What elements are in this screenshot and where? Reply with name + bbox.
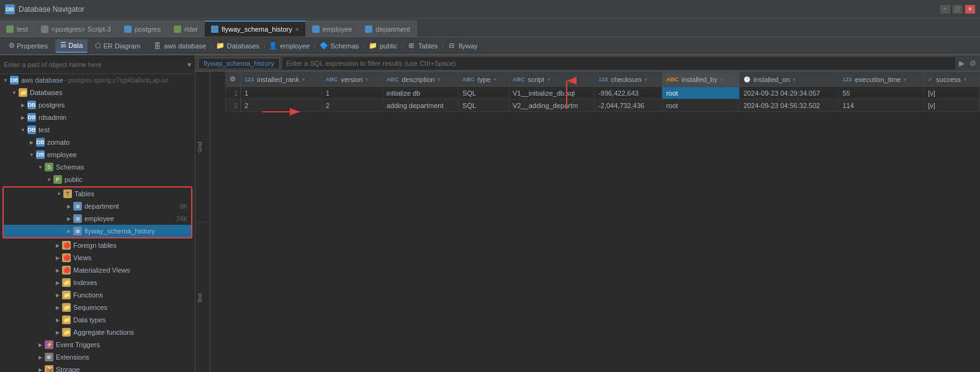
tab-postgres[interactable]: postgres bbox=[118, 20, 168, 37]
tab-label-script3: <postgres> Script-3 bbox=[52, 25, 111, 33]
data-button[interactable]: ☰ Data bbox=[55, 39, 88, 53]
sidebar-item-databases[interactable]: ▼ 📁 Databases bbox=[0, 86, 195, 99]
sidebar-item-zomato[interactable]: ▶ DB zomato bbox=[0, 136, 195, 148]
filter-icon-group: ▶ ⚙ bbox=[958, 58, 978, 69]
header-installed-rank[interactable]: 123 installed_rank ▼ bbox=[241, 72, 322, 87]
header-script[interactable]: ABC script ▼ bbox=[509, 72, 595, 87]
breadcrumb-aws-database[interactable]: 🗄 aws database bbox=[153, 42, 206, 50]
header-checksum[interactable]: 123 checksum ▼ bbox=[595, 72, 662, 87]
cell-script-2: V2__adding_departm bbox=[509, 99, 595, 112]
properties-button[interactable]: ⚙ Properties bbox=[4, 39, 53, 53]
header-installed-by[interactable]: ABC installed_by ▼ bbox=[662, 72, 739, 87]
breadcrumb-schemas[interactable]: 🔷 Schemas bbox=[320, 42, 359, 50]
sidebar-item-rdsadmin[interactable]: ▶ DB rdsadmin bbox=[0, 111, 195, 124]
text-label[interactable]: Text bbox=[196, 222, 210, 373]
event-arrow: ▶ bbox=[36, 342, 45, 348]
sidebar-item-postgres-db[interactable]: ▶ DB postgres bbox=[0, 99, 195, 111]
sidebar-item-schemas[interactable]: ▼ S Schemas bbox=[0, 161, 195, 173]
header-installed-on[interactable]: 🕐 installed_on ▼ bbox=[739, 72, 838, 87]
sidebar-item-functions[interactable]: ▶ 📁 Functions bbox=[0, 289, 195, 301]
tables-highlighted-section: ▼ T Tables ▶ ⊞ department 8K ▶ ⊞ employe… bbox=[2, 186, 192, 238]
sidebar-item-aggregate-functions[interactable]: ▶ 📁 Aggregate functions bbox=[0, 326, 195, 338]
execution-time-sort: ▼ bbox=[903, 77, 908, 83]
success-sort: ▼ bbox=[963, 77, 968, 83]
er-diagram-button[interactable]: ⬡ ER Diagram bbox=[90, 39, 145, 53]
filter-bar: flyway_schema_history ▶ ⚙ bbox=[196, 55, 980, 71]
tables-label: Tables bbox=[74, 190, 94, 197]
breadcrumb-public[interactable]: 📁 public bbox=[369, 42, 398, 50]
header-description[interactable]: ABC description ▼ bbox=[382, 72, 458, 87]
success-type: ✓ bbox=[928, 76, 933, 83]
search-input[interactable] bbox=[4, 61, 185, 68]
sidebar-item-extensions[interactable]: ▶ ⊕ Extensions bbox=[0, 351, 195, 363]
sidebar-item-foreign-tables[interactable]: ▶ 🔴 Foreign tables bbox=[0, 239, 195, 252]
sidebar-item-test-db[interactable]: ▼ DB test bbox=[0, 124, 195, 136]
table-header-row: ⚙ 123 installed_rank ▼ bbox=[226, 72, 980, 87]
sidebar-item-flyway-table[interactable]: ▶ ⊞ flyway_schema_history bbox=[4, 225, 191, 237]
sidebar-item-employee-db[interactable]: ▼ DB employee bbox=[0, 148, 195, 161]
breadcrumb-databases[interactable]: 📁 Databases bbox=[216, 42, 260, 50]
filter-input[interactable] bbox=[282, 57, 955, 70]
sidebar-item-event-triggers[interactable]: ▶ ⚡ Event Triggers bbox=[0, 338, 195, 351]
event-icon: ⚡ bbox=[45, 340, 53, 349]
tab-script3[interactable]: <postgres> Script-3 bbox=[35, 20, 118, 37]
tab-rider[interactable]: rider bbox=[168, 20, 205, 37]
data-types-icon: 📁 bbox=[62, 315, 71, 324]
cell-version-1: 1 bbox=[321, 87, 382, 99]
tab-close-flyway[interactable]: × bbox=[295, 26, 299, 33]
sidebar-search-bar[interactable]: ▾ bbox=[0, 55, 195, 74]
minimize-button[interactable]: − bbox=[940, 5, 950, 14]
header-settings[interactable]: ⚙ bbox=[226, 72, 241, 87]
zomato-arrow: ▶ bbox=[27, 140, 36, 145]
breadcrumb-tables[interactable]: ⊞ Tables bbox=[407, 42, 438, 50]
header-version[interactable]: ABC version ▼ bbox=[321, 72, 382, 87]
maximize-button[interactable]: □ bbox=[953, 5, 963, 14]
tables-icon: ⊞ bbox=[407, 42, 416, 50]
close-button[interactable]: × bbox=[965, 5, 975, 14]
agg-arrow: ▶ bbox=[53, 330, 62, 335]
sidebar-item-indexes[interactable]: ▶ 📁 Indexes bbox=[0, 276, 195, 289]
grid-label[interactable]: Grid bbox=[196, 71, 210, 222]
filter-icon[interactable]: ▾ bbox=[187, 60, 191, 69]
breadcrumb-public-label: public bbox=[380, 42, 398, 50]
sidebar-item-data-types[interactable]: ▶ 📁 Data types bbox=[0, 314, 195, 326]
sidebar-item-storage[interactable]: ▶ 📦 Storage bbox=[0, 363, 195, 372]
sidebar-item-views[interactable]: ▶ 🔴 Views bbox=[0, 252, 195, 264]
employee-icon: 👤 bbox=[269, 42, 277, 50]
header-execution-time[interactable]: 123 execution_time ▼ bbox=[838, 72, 924, 87]
installed-by-label: installed_by bbox=[681, 76, 717, 83]
table-row[interactable]: 2 2 2 adding department SQL V2__adding_d… bbox=[226, 99, 980, 112]
tab-label-postgres: postgres bbox=[135, 25, 161, 33]
tab-test[interactable]: test bbox=[0, 20, 35, 37]
postgres-arrow: ▶ bbox=[19, 102, 27, 108]
tab-department[interactable]: department bbox=[359, 20, 417, 37]
functions-arrow: ▶ bbox=[53, 293, 62, 298]
cell-execution-time-1: 55 bbox=[838, 87, 924, 99]
filter-action-icon[interactable]: ▶ bbox=[958, 58, 966, 69]
header-type[interactable]: ABC type ▼ bbox=[459, 72, 509, 87]
sidebar-item-department-table[interactable]: ▶ ⊞ department 8K bbox=[4, 200, 191, 212]
breadcrumb-employee[interactable]: 👤 employee bbox=[269, 42, 310, 50]
sidebar-item-public[interactable]: ▼ P public bbox=[0, 173, 195, 186]
header-success[interactable]: ✓ success ▼ bbox=[924, 72, 980, 87]
sidebar-item-aws-database[interactable]: ▼ DB aws database - postgres-spring.c7sg… bbox=[0, 74, 195, 86]
table-row[interactable]: 1 1 1 initialize db SQL V1__initialize_d… bbox=[226, 87, 980, 99]
sidebar-item-employee-table[interactable]: ▶ ⊞ employee 24K bbox=[4, 212, 191, 225]
databases-arrow: ▼ bbox=[10, 90, 19, 96]
cell-installed-by-2: root bbox=[662, 99, 739, 112]
tab-flyway[interactable]: flyway_schema_history × bbox=[205, 20, 306, 37]
breadcrumb-aws-label: aws database bbox=[164, 42, 206, 50]
filter-settings-icon[interactable]: ⚙ bbox=[968, 58, 978, 69]
indexes-arrow: ▶ bbox=[53, 280, 62, 286]
functions-label: Functions bbox=[73, 291, 103, 299]
window-controls[interactable]: − □ × bbox=[940, 5, 975, 14]
sidebar-item-mat-views[interactable]: ▶ 🔴 Materialized Views bbox=[0, 264, 195, 276]
sidebar-item-sequences[interactable]: ▶ 📁 Sequences bbox=[0, 301, 195, 314]
table-tab[interactable]: flyway_schema_history bbox=[198, 58, 280, 68]
sidebar-item-tables[interactable]: ▼ T Tables bbox=[4, 188, 191, 200]
row-num-2: 2 bbox=[226, 99, 241, 112]
tab-employee[interactable]: employee bbox=[306, 20, 359, 37]
breadcrumb-flyway[interactable]: ⊟ flyway bbox=[447, 42, 478, 50]
table-body: 1 1 1 initialize db SQL V1__initialize_d… bbox=[226, 87, 980, 112]
tab-icon-test bbox=[6, 25, 14, 33]
